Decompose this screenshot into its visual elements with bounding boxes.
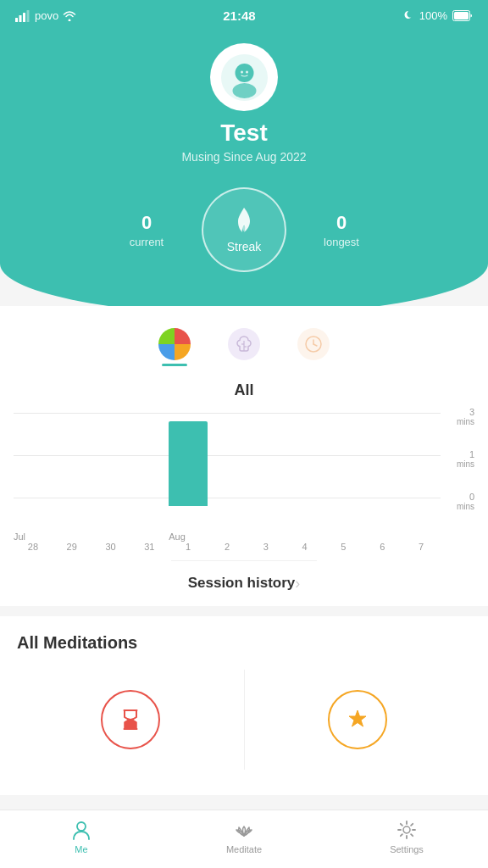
chart-day-30: 30	[92, 542, 130, 552]
meditations-title: All Meditations	[17, 633, 471, 653]
user-since: Musing Since Aug 2022	[181, 150, 306, 164]
tab-mind-icon-bg	[228, 328, 260, 360]
session-history-label: Session history	[188, 575, 296, 592]
nav-item-settings[interactable]: Settings	[373, 819, 441, 854]
chart-aug-days: 1 2 3 4 5 6 7	[169, 542, 441, 552]
chart-month-jul: Jul	[14, 531, 169, 542]
status-time: 21:48	[223, 8, 255, 23]
streak-circle: Streak	[202, 187, 286, 272]
svg-point-9	[241, 70, 243, 73]
streak-circle-label: Streak	[227, 240, 261, 253]
svg-rect-18	[123, 728, 137, 730]
chart-day-28: 28	[14, 542, 53, 552]
nav-meditate-icon	[233, 819, 255, 841]
meditation-cards	[17, 670, 471, 770]
svg-rect-5	[454, 12, 469, 19]
chart-day-6: 6	[363, 542, 402, 552]
carrier-label: povo	[35, 9, 58, 22]
chart-day-3: 3	[247, 542, 286, 552]
chart-y-label-1: 1mins	[457, 450, 474, 469]
tab-mind[interactable]	[219, 323, 269, 371]
chart-wrapper: 3mins 1mins 0mins	[14, 413, 474, 531]
status-carrier: povo	[15, 9, 76, 22]
star-icon	[341, 704, 374, 736]
svg-rect-2	[23, 13, 25, 22]
svg-point-10	[246, 70, 248, 73]
brain-icon	[234, 334, 254, 354]
svg-rect-3	[27, 10, 30, 22]
nav-settings-label: Settings	[390, 844, 424, 854]
svg-point-19	[77, 822, 86, 831]
chart-gridline-top	[14, 413, 441, 414]
battery-label: 100%	[419, 9, 447, 22]
chart-day-31: 31	[130, 542, 169, 552]
streak-current: 0 current	[100, 212, 193, 248]
svg-rect-1	[19, 15, 22, 22]
med-favorites-icon-circle	[328, 690, 387, 749]
svg-point-7	[232, 83, 256, 98]
flame-icon	[231, 206, 257, 236]
chart-bars	[14, 421, 441, 506]
chart-day-7: 7	[402, 542, 441, 552]
tab-all-icon	[158, 328, 191, 360]
meditation-card-favorites[interactable]	[245, 670, 472, 770]
meditation-card-timer[interactable]	[17, 670, 245, 770]
bottom-nav: Me Meditate Settings	[0, 810, 488, 868]
chart-jul-days: 28 29 30 31	[14, 542, 169, 552]
tab-all-underline	[162, 364, 187, 366]
med-timer-icon-circle	[101, 690, 160, 749]
tabs-section: All 3mins 1mins 0mins	[0, 306, 488, 606]
tab-time-icon-bg	[297, 328, 330, 360]
chart-x-jul: Jul 28 29 30 31	[14, 531, 169, 552]
avatar	[210, 43, 278, 111]
svg-line-16	[313, 344, 317, 346]
chart-x-axis: Jul 28 29 30 31 Aug 1 2 3 4 5 6 7	[14, 531, 474, 560]
status-right: 100%	[402, 9, 473, 22]
user-name: Test	[220, 120, 268, 147]
chart-x-aug: Aug 1 2 3 4 5 6 7	[169, 531, 441, 552]
bar-4	[169, 421, 208, 506]
chart-y-label-0: 0mins	[457, 492, 474, 511]
nav-item-me[interactable]: Me	[47, 819, 115, 854]
session-history-row[interactable]: Session history ›	[171, 560, 318, 606]
battery-icon	[452, 10, 473, 21]
streak-row: 0 current Streak 0 longest	[100, 187, 388, 272]
tab-icons	[150, 323, 338, 371]
chart-day-2: 2	[208, 542, 247, 552]
chart-y-label-3: 3mins	[457, 408, 474, 426]
avatar-image	[221, 54, 268, 101]
chevron-right-icon: ›	[295, 575, 300, 593]
tab-time[interactable]	[289, 323, 338, 371]
tab-all[interactable]	[150, 323, 199, 371]
chart-month-aug: Aug	[169, 531, 441, 542]
meditations-section: All Meditations	[0, 616, 488, 795]
signal-icon	[15, 10, 30, 22]
nav-me-label: Me	[75, 844, 87, 854]
profile-header: Test Musing Since Aug 2022 0 current Str…	[0, 28, 488, 314]
svg-point-20	[403, 826, 410, 833]
nav-meditate-label: Meditate	[226, 844, 262, 854]
chart-day-29: 29	[53, 542, 92, 552]
chart-day-4: 4	[286, 542, 324, 552]
clock-icon	[303, 334, 324, 354]
nav-me-icon	[70, 819, 92, 841]
chart-section: 3mins 1mins 0mins	[0, 413, 488, 560]
wifi-icon	[63, 11, 76, 21]
svg-rect-17	[123, 709, 137, 711]
svg-point-8	[235, 64, 253, 82]
streak-current-label: current	[130, 236, 164, 248]
hourglass-icon	[114, 704, 147, 736]
svg-rect-0	[15, 18, 18, 22]
nav-item-meditate[interactable]: Meditate	[210, 819, 278, 854]
streak-longest: 0 longest	[295, 212, 388, 248]
chart-day-1: 1	[169, 542, 208, 552]
status-bar: povo 21:48 100%	[0, 0, 488, 28]
chart-day-5: 5	[324, 542, 363, 552]
nav-settings-icon	[396, 819, 418, 841]
moon-icon	[402, 10, 414, 22]
streak-longest-label: longest	[324, 236, 359, 248]
streak-current-value: 0	[141, 212, 152, 234]
chart-section-label: All	[234, 381, 253, 399]
streak-longest-value: 0	[336, 212, 347, 234]
